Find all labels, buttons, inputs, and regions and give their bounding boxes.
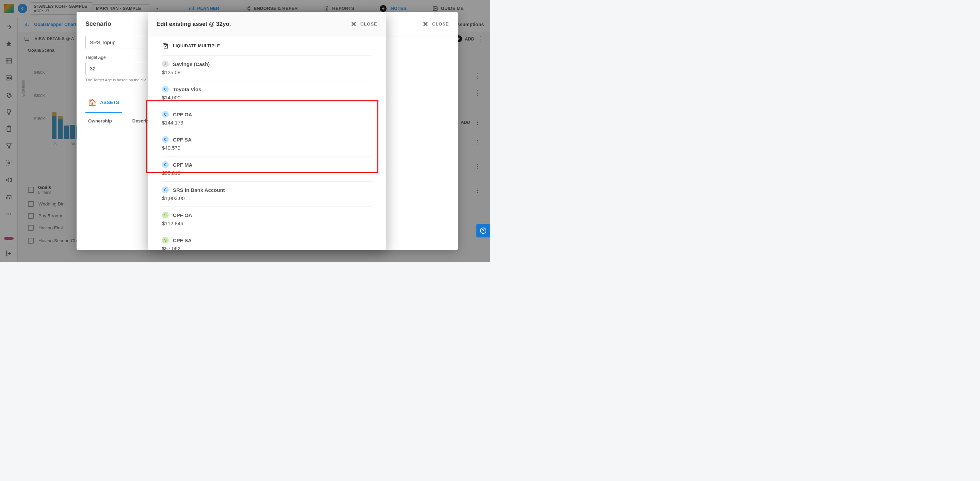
asset-row[interactable]: CCPF OA$144,173 (162, 106, 372, 131)
asset-name: CPF SA (173, 137, 192, 143)
asset-row[interactable]: CCPF MA$55,813 (162, 157, 372, 182)
layers-check-icon (162, 43, 169, 49)
close-button[interactable]: ✕ CLOSE (351, 21, 377, 27)
modal-title: Edit existing asset @ 32yo. (156, 21, 231, 27)
owner-badge: C (162, 186, 169, 193)
close-label: CLOSE (360, 21, 377, 27)
question-icon (479, 227, 487, 234)
asset-list: JSavings (Cash)$125,081CToyota Vios$14,0… (162, 56, 372, 250)
close-icon: ✕ (423, 21, 429, 27)
assets-tab-label: ASSETS (100, 100, 119, 105)
asset-name: SRS in Bank Account (173, 187, 225, 193)
asset-value: $14,000 (162, 95, 372, 100)
owner-badge: C (162, 161, 169, 168)
asset-name: Toyota Vios (173, 86, 202, 92)
asset-row[interactable]: CSRS in Bank Account$1,003.00 (162, 182, 372, 207)
assets-tab[interactable]: 🏠 ASSETS (86, 92, 122, 113)
asset-name: CPF SA (173, 237, 192, 243)
asset-name: Savings (Cash) (173, 61, 210, 67)
asset-value: $125,081 (162, 70, 372, 75)
asset-row[interactable]: SCPF OA$112,846 (162, 207, 372, 232)
asset-name: CPF OA (173, 111, 192, 117)
owner-badge: C (162, 86, 169, 92)
asset-value: $57,062 (162, 246, 372, 250)
owner-badge: J (162, 60, 169, 67)
help-float-button[interactable] (476, 224, 490, 237)
asset-name: CPF OA (173, 212, 192, 218)
asset-row[interactable]: JSavings (Cash)$125,081 (162, 56, 372, 81)
asset-value: $55,813 (162, 170, 372, 176)
asset-value: $144,173 (162, 120, 372, 125)
asset-row[interactable]: SCPF SA$57,062 (162, 232, 372, 250)
owner-badge: C (162, 111, 169, 118)
asset-row[interactable]: CCPF SA$40,579 (162, 131, 372, 157)
col-ownership: Ownership (88, 118, 112, 124)
owner-badge: S (162, 211, 169, 218)
edit-asset-modal: Edit existing asset @ 32yo. ✕ CLOSE LIQU… (148, 12, 386, 250)
close-icon: ✕ (351, 21, 357, 27)
owner-badge: C (162, 136, 169, 143)
house-icon: 🏠 (88, 98, 97, 106)
owner-badge: S (162, 237, 169, 244)
asset-value: $1,003.00 (162, 195, 372, 201)
liquidate-label: LIQUIDATE MULTIPLE (173, 44, 220, 48)
modal-title: Scenario (86, 21, 111, 27)
asset-row[interactable]: CToyota Vios$14,000 (162, 81, 372, 106)
asset-name: CPF MA (173, 162, 192, 168)
asset-value: $112,846 (162, 221, 372, 226)
asset-value: $40,579 (162, 145, 372, 151)
close-label: CLOSE (432, 21, 449, 27)
liquidate-multiple-button[interactable]: LIQUIDATE MULTIPLE (162, 39, 372, 56)
close-button[interactable]: ✕ CLOSE (423, 21, 449, 27)
